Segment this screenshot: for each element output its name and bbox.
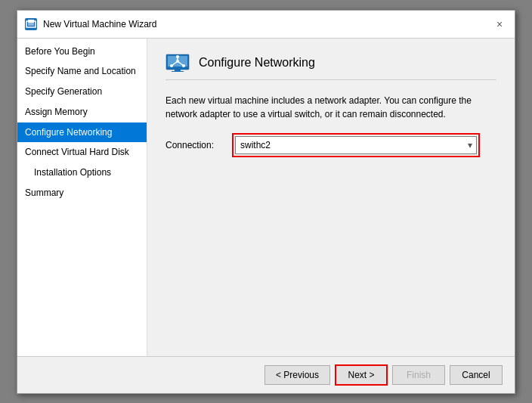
titlebar: New Virtual Machine Wizard ×	[17, 11, 515, 39]
sidebar-item-configure-networking[interactable]: Configure Networking	[17, 122, 147, 143]
connection-select[interactable]: swithc2 Not Connected	[235, 136, 477, 154]
finish-button[interactable]: Finish	[392, 365, 445, 385]
svg-point-10	[170, 64, 173, 67]
titlebar-left: New Virtual Machine Wizard	[25, 18, 157, 30]
page-description: Each new virtual machine includes a netw…	[165, 94, 496, 121]
cancel-button[interactable]: Cancel	[450, 365, 503, 385]
page-title: Configure Networking	[199, 56, 315, 70]
sidebar-item-specify-name[interactable]: Specify Name and Location	[17, 61, 147, 82]
dialog: New Virtual Machine Wizard × Before You …	[17, 10, 515, 394]
svg-rect-13	[175, 70, 181, 71]
sidebar-item-before-you-begin[interactable]: Before You Begin	[17, 42, 147, 62]
connection-form-row: Connection: swithc2 Not Connected	[165, 133, 496, 157]
svg-rect-1	[28, 20, 34, 23]
svg-point-12	[176, 55, 179, 58]
dialog-title: New Virtual Machine Wizard	[43, 19, 157, 29]
sidebar-item-summary[interactable]: Summary	[17, 183, 147, 203]
svg-point-11	[182, 64, 185, 67]
sidebar: Before You Begin Specify Name and Locati…	[17, 39, 147, 356]
main-panel: Configure Networking Each new virtual ma…	[147, 39, 515, 356]
network-icon	[165, 54, 190, 72]
connection-select-border: swithc2 Not Connected	[232, 133, 480, 157]
sidebar-item-assign-memory[interactable]: Assign Memory	[17, 102, 147, 122]
content-area: Before You Begin Specify Name and Locati…	[17, 39, 515, 356]
sidebar-item-installation-options[interactable]: Installation Options	[17, 163, 147, 183]
previous-button[interactable]: < Previous	[264, 365, 330, 385]
svg-point-9	[176, 60, 179, 63]
footer: < Previous Next > Finish Cancel	[17, 356, 515, 393]
close-button[interactable]: ×	[492, 17, 507, 32]
wizard-icon	[25, 18, 37, 30]
connection-select-wrapper: swithc2 Not Connected	[235, 136, 477, 154]
next-button[interactable]: Next >	[335, 364, 388, 386]
sidebar-item-connect-vhd[interactable]: Connect Virtual Hard Disk	[17, 142, 147, 163]
sidebar-item-specify-generation[interactable]: Specify Generation	[17, 82, 147, 102]
page-header: Configure Networking	[165, 54, 496, 80]
svg-rect-14	[172, 71, 184, 72]
connection-label: Connection:	[165, 140, 226, 150]
